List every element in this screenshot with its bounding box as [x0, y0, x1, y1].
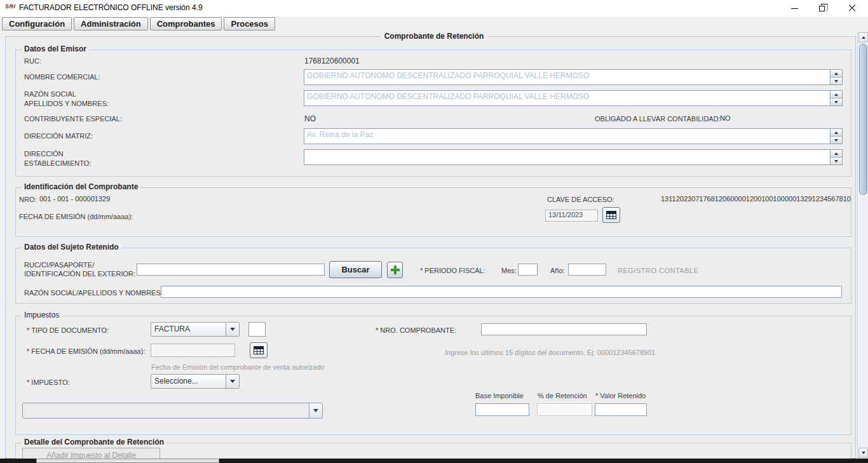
nro-comprobante-field[interactable] [481, 323, 647, 335]
obligado-contabilidad-label: OBLIGADO A LLEVAR CONTABILIDAD: [595, 115, 721, 123]
direccion-matriz-field[interactable]: Av. Reina de la Paz [304, 128, 843, 144]
anio-label: Año: [550, 267, 565, 274]
razon-social-label-line2: APELLIDOS Y NOMBRES: [24, 100, 109, 107]
arrow-down-icon [834, 101, 838, 104]
direccion-matriz-text: Av. Reina de la Paz [304, 129, 830, 144]
spinner-down-button[interactable] [831, 158, 842, 164]
minimize-button[interactable] [783, 0, 805, 17]
vertical-scrollbar-thumb[interactable] [859, 44, 867, 195]
valor-retenido-field[interactable] [595, 403, 647, 416]
spinner-up-button[interactable] [831, 129, 842, 137]
spinner-down-button[interactable] [831, 137, 842, 144]
chevron-down-icon [313, 409, 318, 412]
codigo-retencion-value [23, 403, 309, 418]
arrow-up-icon [834, 152, 838, 155]
group-title-datos-emisor: Datos del Emisor [22, 44, 89, 53]
fecha-documento-calendar-button[interactable] [250, 342, 268, 358]
buscar-button[interactable]: Buscar [329, 261, 382, 278]
fecha-emision-field[interactable]: 13/11/2023 [545, 210, 598, 222]
close-button[interactable] [841, 0, 863, 17]
anio-field[interactable] [568, 264, 606, 276]
arrow-down-icon [834, 80, 838, 83]
group-title-impuestos: Impuestos [22, 311, 62, 319]
combo-arrow-button[interactable] [226, 375, 239, 388]
direccion-establecimiento-label-line1: DIRECCIÓN [24, 150, 64, 158]
tipo-documento-value: FACTURA [151, 323, 226, 336]
tipo-documento-label: * TIPO DE DOCUMENTO: [27, 326, 109, 334]
tipo-documento-codigo-field[interactable] [248, 322, 266, 337]
direccion-establecimiento-text [304, 150, 830, 164]
nro-value: 001 - 001 - 000001329 [39, 195, 110, 203]
spinner-up-button[interactable] [831, 70, 842, 77]
nro-comprobante-hint: Ingrese los últimos 15 dígitos del docum… [445, 349, 655, 356]
nombre-comercial-field[interactable]: GOBIERNO AUTONOMO DESCENTRALIZADO PARROQ… [304, 69, 843, 85]
mes-field[interactable] [518, 264, 538, 276]
codigo-retencion-combo[interactable] [22, 403, 323, 419]
restore-button[interactable] [811, 0, 832, 17]
spinner-up-button[interactable] [831, 150, 842, 158]
identificacion-sujeto-field[interactable] [137, 264, 325, 276]
nro-label: NRO: [19, 196, 37, 203]
periodo-fiscal-label: * PERIODO FISCAL: [420, 267, 485, 274]
add-sujeto-button[interactable] [387, 262, 403, 278]
direccion-establecimiento-field[interactable] [304, 149, 843, 165]
direccion-matriz-spinner [830, 129, 842, 144]
razon-social-sujeto-label: RAZÓN SOCIAL/APELLIDOS Y NOMBRES: [24, 289, 163, 297]
scroll-up-button[interactable] [858, 32, 868, 43]
razon-social-label-line1: RAZÓN SOCIAL [24, 90, 76, 98]
calendar-icon [254, 346, 264, 354]
group-title-sujeto-retenido: Datos del Sujeto Retenido [22, 243, 121, 252]
valor-retenido-label: * Valor Retenido [595, 392, 646, 399]
title-bar: SRI FACTURADOR ELECTRÓNICO OFFLINE versi… [0, 0, 868, 17]
arrow-down-icon [862, 452, 865, 454]
nro-comprobante-label: * NRO. COMPROBANTE: [376, 326, 456, 334]
base-imponible-field[interactable] [475, 403, 529, 416]
horizontal-scrollbar[interactable] [0, 459, 868, 463]
menu-procesos[interactable]: Procesos [224, 17, 275, 30]
porcentaje-retencion-field[interactable] [537, 403, 592, 416]
mes-label: Mes: [501, 267, 517, 274]
fecha-emision-calendar-button[interactable] [602, 207, 620, 223]
close-icon [848, 4, 856, 12]
scroll-down-button[interactable] [858, 448, 868, 458]
calendar-icon [606, 211, 616, 219]
combo-arrow-button[interactable] [309, 403, 322, 418]
spinner-down-button[interactable] [831, 77, 842, 84]
ruc-label: RUC: [24, 57, 41, 65]
arrow-up-icon [834, 93, 838, 96]
menu-administracion[interactable]: Administración [74, 17, 148, 30]
identificacion-sujeto-label-line1: RUC/CI/PASAPORTE/ [24, 261, 94, 269]
razon-social-spinner [830, 91, 842, 105]
arrow-down-icon [834, 160, 838, 163]
tipo-documento-combo[interactable]: FACTURA [151, 322, 240, 337]
combo-arrow-button[interactable] [226, 323, 239, 336]
nombre-comercial-text: GOBIERNO AUTONOMO DESCENTRALIZADO PARROQ… [304, 70, 830, 84]
fecha-emision-documento-label: * FECHA DE EMISIÓN (dd/mm/aaaa): [27, 347, 145, 355]
razon-social-sujeto-field[interactable] [161, 286, 842, 298]
razon-social-text: GOBIERNO AUTONOMO DESCENTRALIZADO PARROQ… [304, 91, 830, 105]
spinner-up-button[interactable] [831, 91, 842, 98]
horizontal-scrollbar-thumb[interactable] [36, 459, 219, 463]
clave-acceso-label: CLAVE DE ACCESO: [547, 196, 614, 203]
identificacion-sujeto-label-line2: IDENTIFICACIÓN DEL EXTERIOR: [24, 270, 135, 278]
menu-configuracion[interactable]: Configuración [2, 17, 72, 30]
group-title-identificacion: Identificación del Comprobante [22, 182, 140, 191]
plus-icon [391, 265, 400, 274]
spinner-down-button[interactable] [831, 98, 842, 105]
fecha-emision-label: FECHA DE EMISIÓN (dd/mm/aaaa): [19, 213, 133, 220]
arrow-up-icon [834, 72, 838, 75]
arrow-up-icon [834, 131, 838, 134]
fecha-emision-documento-field[interactable] [151, 344, 235, 357]
window-title: FACTURADOR ELECTRÓNICO OFFLINE versión 4… [19, 3, 203, 12]
vertical-scrollbar[interactable] [857, 32, 868, 459]
menu-comprobantes[interactable]: Comprobantes [150, 17, 222, 30]
menu-bar: Configuración Administración Comprobante… [0, 17, 868, 32]
nombre-comercial-label: NOMBRE COMERCIAL: [24, 73, 100, 81]
impuesto-combo[interactable]: Seleccione... [151, 374, 240, 389]
clave-acceso-value: 1311202307176812060000120010010000013291… [661, 195, 851, 203]
minimize-icon [791, 8, 798, 9]
razon-social-field[interactable]: GOBIERNO AUTONOMO DESCENTRALIZADO PARROQ… [304, 90, 843, 106]
direccion-establecimiento-spinner [830, 150, 842, 164]
direccion-establecimiento-label-line2: ESTABLECIMIENTO: [24, 159, 91, 167]
page-title: Comprobante de Retención [381, 32, 488, 41]
